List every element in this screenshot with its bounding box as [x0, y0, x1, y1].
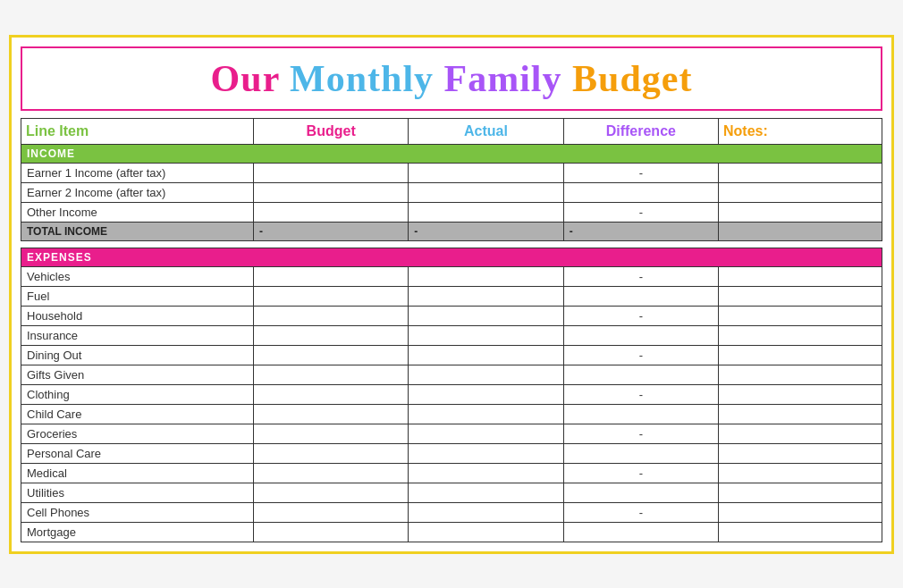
expense-row-actual[interactable]: [409, 345, 563, 365]
expense-row-notes[interactable]: [718, 266, 882, 286]
expense-row-notes[interactable]: [718, 502, 882, 522]
income-row-notes[interactable]: [718, 202, 882, 222]
title-family: Family: [444, 58, 572, 99]
expense-row-actual[interactable]: [409, 325, 563, 345]
income-row-notes[interactable]: [718, 163, 882, 182]
income-row-label: Other Income: [21, 202, 254, 222]
expense-row-budget[interactable]: [254, 384, 409, 404]
expense-row: Child Care: [21, 404, 882, 424]
expense-row: Gifts Given: [21, 365, 882, 384]
expense-row-notes[interactable]: [718, 522, 882, 542]
expense-row-notes[interactable]: [718, 325, 882, 345]
income-row-difference: -: [563, 163, 718, 182]
expenses-label: Expenses: [21, 248, 882, 266]
expense-row-label: Groceries: [21, 424, 254, 443]
expense-row-notes[interactable]: [718, 384, 882, 404]
expense-row: Medical -: [21, 463, 882, 483]
expense-row: Insurance: [21, 325, 882, 345]
expense-row-notes[interactable]: [718, 345, 882, 365]
income-row-budget[interactable]: [254, 163, 409, 182]
expense-row-label: Personal Care: [21, 443, 254, 463]
expense-row-actual[interactable]: [409, 522, 563, 542]
expense-row-budget[interactable]: [254, 502, 409, 522]
expense-row-actual[interactable]: [409, 365, 563, 384]
total-income-label: Total Income: [21, 222, 254, 240]
expense-row-difference: [563, 286, 718, 306]
expenses-section-header: Expenses: [21, 248, 882, 266]
expense-row-budget[interactable]: [254, 443, 409, 463]
expense-row-notes[interactable]: [718, 443, 882, 463]
expense-row-notes[interactable]: [718, 365, 882, 384]
income-row-difference: [563, 182, 718, 202]
expense-row-budget[interactable]: [254, 286, 409, 306]
income-row: Other Income -: [21, 202, 882, 222]
income-row-notes[interactable]: [718, 182, 882, 202]
income-row-actual[interactable]: [409, 182, 563, 202]
total-income-budget: -: [254, 222, 409, 240]
expense-row-label: Vehicles: [21, 266, 254, 286]
expense-row-actual[interactable]: [409, 404, 563, 424]
expense-row-difference: [563, 325, 718, 345]
expense-row-difference: -: [563, 266, 718, 286]
total-income-difference: -: [563, 222, 718, 240]
header-notes: Notes:: [718, 118, 882, 144]
expense-row-label: Clothing: [21, 384, 254, 404]
income-row: Earner 2 Income (after tax): [21, 182, 882, 202]
expense-row-actual[interactable]: [409, 443, 563, 463]
expense-row-notes[interactable]: [718, 286, 882, 306]
expense-row-budget[interactable]: [254, 404, 409, 424]
expense-row-label: Utilities: [21, 483, 254, 502]
expense-row-notes[interactable]: [718, 483, 882, 502]
expense-row-difference: [563, 522, 718, 542]
expense-row-actual[interactable]: [409, 384, 563, 404]
income-row-budget[interactable]: [254, 182, 409, 202]
income-row-budget[interactable]: [254, 202, 409, 222]
expense-row-label: Cell Phones: [21, 502, 254, 522]
expense-row-budget[interactable]: [254, 345, 409, 365]
expense-row-budget[interactable]: [254, 266, 409, 286]
expense-row-difference: -: [563, 463, 718, 483]
expense-row-difference: -: [563, 306, 718, 325]
income-label: Income: [21, 144, 882, 163]
expense-row-actual[interactable]: [409, 286, 563, 306]
expense-row-actual[interactable]: [409, 306, 563, 325]
expense-row-label: Child Care: [21, 404, 254, 424]
expense-row-budget[interactable]: [254, 463, 409, 483]
expense-row-notes[interactable]: [718, 463, 882, 483]
income-row-actual[interactable]: [409, 202, 563, 222]
income-row-difference: -: [563, 202, 718, 222]
expense-row-notes[interactable]: [718, 424, 882, 443]
expense-row: Vehicles -: [21, 266, 882, 286]
expense-row-label: Mortgage: [21, 522, 254, 542]
expense-row-notes[interactable]: [718, 306, 882, 325]
expense-row-actual[interactable]: [409, 483, 563, 502]
income-row-actual[interactable]: [409, 163, 563, 182]
expense-row-difference: -: [563, 502, 718, 522]
expense-row-actual[interactable]: [409, 463, 563, 483]
expense-row-budget[interactable]: [254, 325, 409, 345]
expense-row-budget[interactable]: [254, 522, 409, 542]
expense-row-label: Household: [21, 306, 254, 325]
expense-row-label: Medical: [21, 463, 254, 483]
expense-row-label: Fuel: [21, 286, 254, 306]
expense-row-actual[interactable]: [409, 502, 563, 522]
expense-row-notes[interactable]: [718, 404, 882, 424]
header-difference: Difference: [563, 118, 718, 144]
header-line-item: Line Item: [21, 118, 254, 144]
total-income-row: Total Income - - -: [21, 222, 882, 240]
title-our: Our: [211, 58, 290, 99]
title-monthly: Monthly: [290, 58, 444, 99]
expense-row-budget[interactable]: [254, 483, 409, 502]
title-box: Our Monthly Family Budget: [21, 46, 882, 111]
expense-row-budget[interactable]: [254, 306, 409, 325]
expense-row-actual[interactable]: [409, 424, 563, 443]
expense-row-actual[interactable]: [409, 266, 563, 286]
total-income-actual: -: [409, 222, 563, 240]
expense-row: Dining Out -: [21, 345, 882, 365]
expense-row-budget[interactable]: [254, 365, 409, 384]
expense-row: Clothing -: [21, 384, 882, 404]
title-budget: Budget: [572, 58, 692, 99]
expense-row: Mortgage: [21, 522, 882, 542]
expense-row-difference: [563, 443, 718, 463]
expense-row-budget[interactable]: [254, 424, 409, 443]
